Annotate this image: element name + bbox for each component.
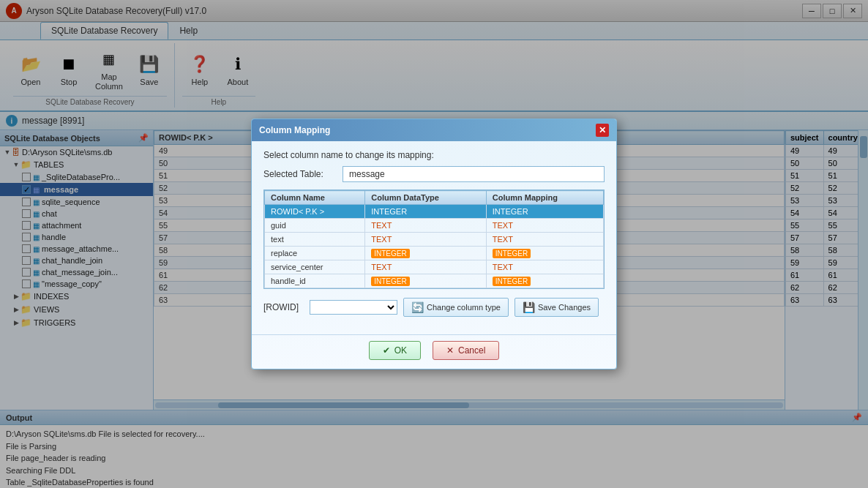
cell-col-datatype: INTEGER (365, 274, 487, 288)
mapping-controls: [ROWID] 🔄 Change column type 💾 Save Chan… (263, 298, 605, 317)
column-table-row[interactable]: handle_idINTEGERINTEGER (265, 274, 604, 288)
save-changes-icon: 💾 (523, 301, 535, 313)
modal-cancel-button[interactable]: ✕ Cancel (433, 341, 499, 360)
rowid-label: [ROWID] (263, 302, 304, 312)
cell-col-datatype: TEXT (365, 233, 487, 247)
cancel-label: Cancel (458, 345, 485, 356)
cell-col-datatype: INTEGER (365, 205, 487, 219)
col-header-col-name: Column Name (265, 191, 365, 205)
column-table-container[interactable]: Column Name Column DataType Column Mappi… (263, 189, 605, 289)
col-header-col-mapping: Column Mapping (486, 191, 603, 205)
column-table: Column Name Column DataType Column Mappi… (264, 190, 604, 288)
cell-col-datatype: TEXT (365, 219, 487, 233)
modal-selected-table-field: Selected Table: message (263, 166, 605, 182)
cell-col-name: handle_id (265, 274, 365, 288)
modal-ok-button[interactable]: ✔ OK (369, 341, 421, 360)
column-table-row[interactable]: ROWID< P.K >INTEGERINTEGER (265, 205, 604, 219)
selected-table-value: message (343, 166, 605, 182)
cell-col-datatype: TEXT (365, 260, 487, 274)
cell-col-datatype: INTEGER (365, 247, 487, 260)
modal-overlay: Column Mapping ✕ Select column name to c… (0, 0, 868, 488)
selected-table-label: Selected Table: (263, 169, 337, 179)
cell-col-mapping: TEXT (486, 260, 603, 274)
cell-col-name: text (265, 233, 365, 247)
column-mapping-dialog: Column Mapping ✕ Select column name to c… (251, 119, 617, 369)
cell-col-mapping: INTEGER (486, 247, 603, 260)
ok-checkmark-icon: ✔ (383, 345, 390, 356)
column-table-row[interactable]: textTEXTTEXT (265, 233, 604, 247)
modal-body: Select column name to change its mapping… (252, 141, 616, 334)
cell-col-mapping: INTEGER (486, 205, 603, 219)
mapping-select[interactable] (310, 300, 397, 315)
modal-instruction: Select column name to change its mapping… (263, 150, 605, 160)
cancel-x-icon: ✕ (446, 345, 454, 356)
save-changes-button[interactable]: 💾 Save Changes (515, 298, 599, 317)
cell-col-name: replace (265, 247, 365, 260)
cell-col-mapping: TEXT (486, 233, 603, 247)
column-table-row[interactable]: replaceINTEGERINTEGER (265, 247, 604, 260)
cell-col-mapping: INTEGER (486, 274, 603, 288)
modal-close-button[interactable]: ✕ (596, 124, 609, 137)
column-table-row[interactable]: service_centerTEXTTEXT (265, 260, 604, 274)
modal-titlebar: Column Mapping ✕ (252, 119, 616, 141)
cell-col-name: ROWID< P.K > (265, 205, 365, 219)
modal-title: Column Mapping (259, 125, 330, 135)
col-header-col-datatype: Column DataType (365, 191, 487, 205)
cell-col-name: service_center (265, 260, 365, 274)
cell-col-name: guid (265, 219, 365, 233)
save-changes-label: Save Changes (538, 303, 591, 312)
change-column-type-button[interactable]: 🔄 Change column type (403, 298, 509, 317)
change-column-type-label: Change column type (427, 303, 501, 312)
cell-col-mapping: TEXT (486, 219, 603, 233)
column-table-row[interactable]: guidTEXTTEXT (265, 219, 604, 233)
ok-label: OK (394, 345, 407, 356)
change-type-icon: 🔄 (411, 301, 424, 313)
modal-footer: ✔ OK ✕ Cancel (252, 334, 616, 369)
